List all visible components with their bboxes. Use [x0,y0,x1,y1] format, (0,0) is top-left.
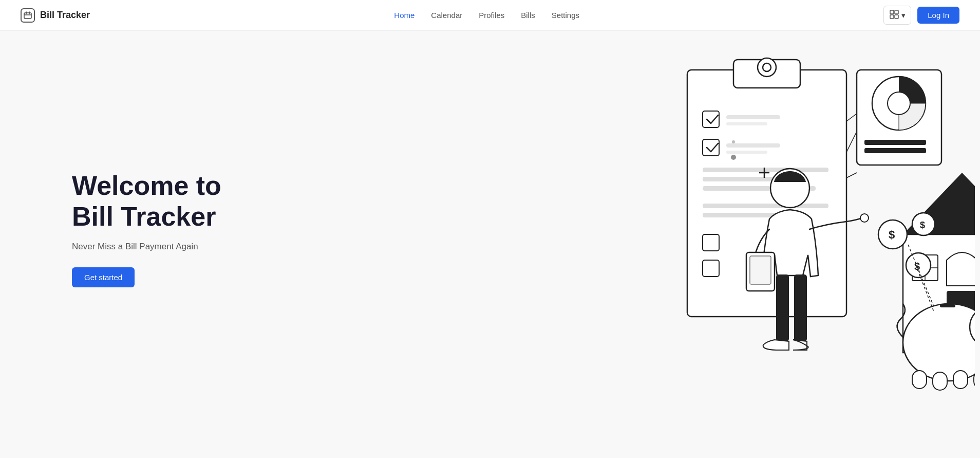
svg-rect-18 [703,204,828,208]
svg-rect-20 [703,234,719,251]
chevron-down-icon: ▾ [901,11,906,20]
svg-point-67 [731,155,736,160]
nav-item-profiles[interactable]: Profiles [479,11,504,20]
svg-point-8 [763,63,771,71]
svg-rect-21 [703,260,719,277]
svg-rect-11 [726,122,767,125]
get-started-button[interactable]: Get started [72,267,135,287]
svg-rect-0 [24,13,31,19]
brand-logo[interactable]: Bill Tracker [21,8,90,23]
navbar: Bill Tracker Home Calendar Profiles Bill… [0,0,980,31]
svg-rect-14 [726,151,767,154]
profile-icon [889,9,899,21]
nav-link-calendar[interactable]: Calendar [431,11,462,20]
svg-text:$: $ [889,228,895,241]
nav-link-bills[interactable]: Bills [521,11,535,20]
nav-link-profiles[interactable]: Profiles [479,11,504,20]
svg-line-27 [846,114,857,121]
svg-rect-65 [776,274,789,341]
hero-text: Welcome to Bill Tracker Never Miss a Bil… [72,171,267,287]
svg-rect-13 [726,143,780,148]
illustration-svg: $ $ $ [574,39,975,399]
svg-rect-4 [895,15,898,19]
svg-point-24 [888,92,910,115]
navbar-right: ▾ Log In [883,6,959,25]
svg-rect-3 [890,15,894,19]
hero-subtitle: Never Miss a Bill Payment Again [72,242,267,252]
brand-name: Bill Tracker [40,10,90,21]
svg-rect-66 [794,274,807,341]
svg-line-28 [846,132,857,152]
svg-rect-56 [953,371,968,389]
svg-rect-25 [864,140,926,145]
nav-item-bills[interactable]: Bills [521,11,535,20]
svg-rect-12 [703,139,719,156]
svg-line-29 [846,173,857,178]
profile-button[interactable]: ▾ [883,6,911,25]
svg-rect-54 [912,371,927,389]
svg-rect-55 [933,372,947,390]
nav-item-home[interactable]: Home [394,11,414,20]
svg-rect-15 [703,168,828,172]
brand-icon [21,8,35,23]
nav-item-calendar[interactable]: Calendar [431,11,462,20]
svg-point-68 [732,140,735,143]
hero-title: Welcome to Bill Tracker [72,171,267,232]
svg-point-62 [860,214,869,222]
svg-text:$: $ [920,220,925,230]
login-button[interactable]: Log In [917,7,959,24]
svg-rect-58 [940,304,955,307]
svg-rect-9 [703,111,719,127]
svg-rect-10 [726,115,780,119]
nav-item-settings[interactable]: Settings [552,11,579,20]
nav-link-home[interactable]: Home [394,11,414,20]
svg-rect-2 [895,10,898,14]
nav-link-settings[interactable]: Settings [552,11,579,20]
hero-illustration: $ $ $ [569,31,980,407]
svg-rect-1 [890,10,894,14]
hero-section: Welcome to Bill Tracker Never Miss a Bil… [0,0,980,427]
main-nav: Home Calendar Profiles Bills Settings [394,11,579,20]
svg-rect-26 [864,148,926,153]
svg-rect-64 [750,256,771,284]
